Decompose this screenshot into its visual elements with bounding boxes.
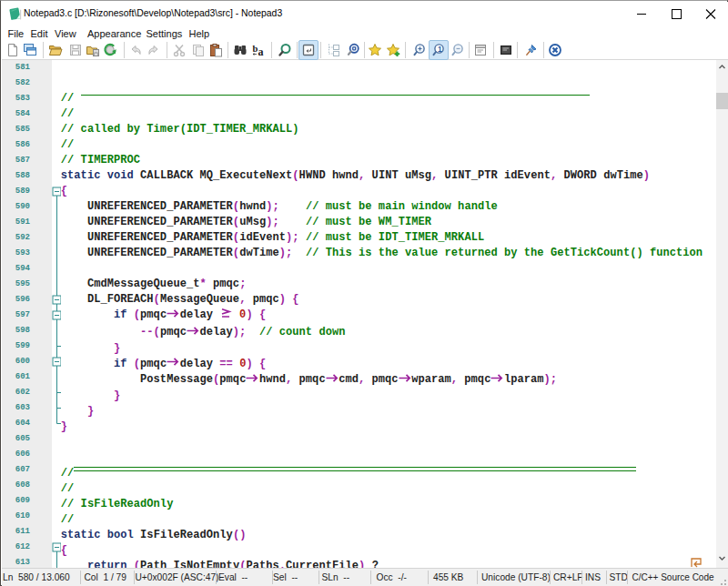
svg-text:a: a [258, 45, 264, 58]
svg-text:1: 1 [438, 45, 442, 54]
